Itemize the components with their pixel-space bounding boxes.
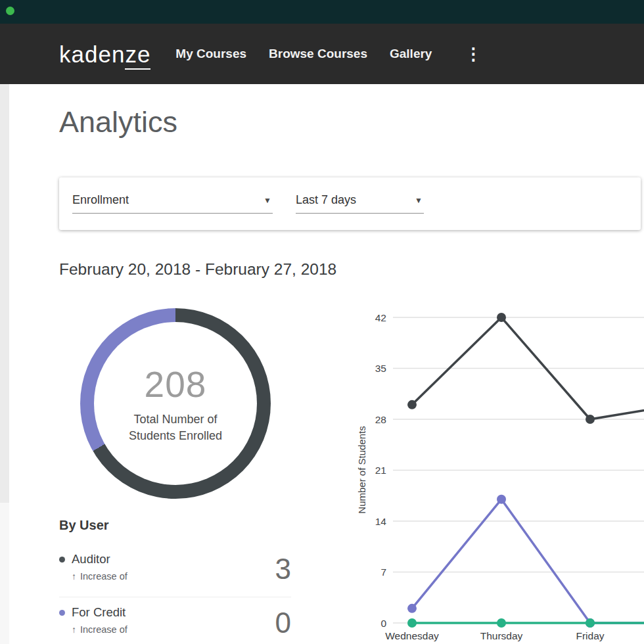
svg-text:28: 28 [375,414,386,425]
nav-item-my-courses[interactable]: My Courses [175,47,246,61]
nav-item-gallery[interactable]: Gallery [390,47,432,61]
svg-text:42: 42 [375,312,386,323]
svg-text:7: 7 [380,566,386,578]
svg-text:35: 35 [375,363,386,374]
top-nav: kadenze My Courses Browse Courses Galler… [0,24,644,84]
period-select-value: Last 7 days [296,193,356,207]
svg-text:21: 21 [375,465,386,476]
app-window: kadenze My Courses Browse Courses Galler… [0,0,644,644]
total-enrolled-caption: Total Number of Students Enrolled [119,411,232,444]
enrollment-line-chart: 071421283542Number of StudentsWednesdayT… [355,296,644,644]
svg-text:14: 14 [375,516,387,527]
window-control-dot-icon[interactable] [6,7,14,15]
by-user-heading: By User [59,518,109,533]
change-label: Increase of [80,624,127,635]
dropdown-arrow-icon: ▼ [264,196,271,205]
svg-text:0: 0 [380,618,386,629]
page-left-gutter [0,84,9,503]
dropdown-arrow-icon: ▼ [415,196,423,205]
logo-text-underlined: ze [125,41,150,70]
user-count-value: 0 [275,607,291,639]
enrollment-donut-chart: 208 Total Number of Students Enrolled [80,308,271,499]
svg-text:Wednesday: Wednesday [385,630,439,641]
kadenze-logo[interactable]: kadenze [59,43,150,66]
user-type-label: Auditor [72,552,110,566]
donut-center: 208 Total Number of Students Enrolled [94,322,257,485]
window-titlebar [0,0,644,24]
overflow-menu-icon[interactable]: ⋮ [465,45,482,62]
date-range-label: February 20, 2018 - February 27, 2018 [59,260,336,279]
svg-text:Thursday: Thursday [480,630,523,641]
svg-text:Number of Students: Number of Students [356,426,367,513]
period-select[interactable]: Last 7 days ▼ [296,192,424,214]
filters-card: Enrollment ▼ Last 7 days ▼ [59,177,641,230]
by-user-list: Auditor ↑Increase of 3 For Credit ↑Incre… [59,544,291,644]
page-title: Analytics [59,105,177,139]
page-left-gutter-lower [0,503,9,644]
legend-bullet-icon [59,557,65,563]
total-enrolled-value: 208 [145,363,207,405]
increase-arrow-icon: ↑ [72,571,76,582]
metric-select-value: Enrollment [72,193,129,207]
metric-select[interactable]: Enrollment ▼ [72,192,273,214]
user-count-value: 3 [275,553,291,586]
nav-item-browse-courses[interactable]: Browse Courses [269,47,367,61]
nav-menu: My Courses Browse Courses Gallery ⋮ [175,45,482,62]
logo-text: kaden [59,41,125,67]
by-user-row-auditor: Auditor ↑Increase of 3 [59,544,291,597]
by-user-row-for-credit: For Credit ↑Increase of 0 [59,597,291,644]
svg-text:Friday: Friday [576,630,604,641]
legend-bullet-icon [59,610,65,616]
user-type-label: For Credit [72,605,126,620]
increase-arrow-icon: ↑ [72,624,76,635]
change-label: Increase of [80,571,127,582]
